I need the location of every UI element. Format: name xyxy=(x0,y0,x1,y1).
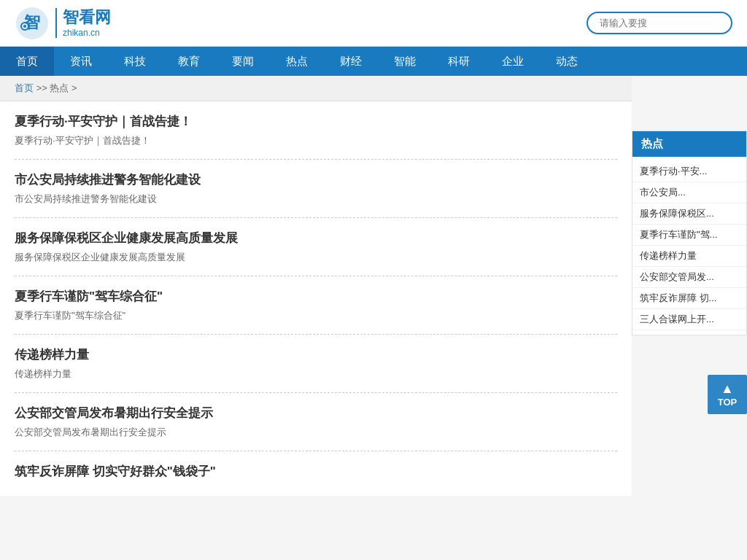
nav-item-yawen[interactable]: 要闻 xyxy=(216,47,270,76)
sidebar-hot-title: 热点 xyxy=(641,137,663,151)
article-item: 夏季行动·平安守护｜首战告捷！ 夏季行动·平安守护｜首战告捷！ xyxy=(15,101,617,160)
breadcrumb: 首页 >> 热点 > xyxy=(0,76,632,101)
logo-title: 智看网 xyxy=(63,8,111,27)
breadcrumb-sep2: > xyxy=(71,82,77,93)
nav-item-finance[interactable]: 财经 xyxy=(324,47,378,76)
nav-item-hot[interactable]: 热点 xyxy=(270,47,324,76)
top-arrow-icon: ▲ xyxy=(721,382,734,395)
sidebar-hot-item-1[interactable]: 市公安局... xyxy=(632,182,746,203)
article-title-1[interactable]: 市公安局持续推进警务智能化建设 xyxy=(15,171,617,188)
sidebar-hot-item-0[interactable]: 夏季行动·平安... xyxy=(632,161,746,182)
sidebar-hot-items: 夏季行动·平安... 市公安局... 服务保障保税区... 夏季行车谨防"驾..… xyxy=(632,157,746,335)
main-container: 夏季行动·平安守护｜首战告捷！ 夏季行动·平安守护｜首战告捷！ 市公安局持续推进… xyxy=(0,101,747,496)
logo-subtitle: zhikan.cn xyxy=(63,28,111,38)
article-item: 服务保障保税区企业健康发展高质量发展 服务保障保税区企业健康发展高质量发展 xyxy=(15,218,617,276)
article-desc-2: 服务保障保税区企业健康发展高质量发展 xyxy=(15,251,617,264)
nav-item-tech[interactable]: 科技 xyxy=(108,47,162,76)
article-title-3[interactable]: 夏季行车谨防"驾车综合征" xyxy=(15,288,617,305)
article-title-5[interactable]: 公安部交管局发布暑期出行安全提示 xyxy=(15,405,617,421)
article-item: 公安部交管局发布暑期出行安全提示 公安部交管局发布暑期出行安全提示 xyxy=(15,393,617,451)
breadcrumb-current: 热点 xyxy=(50,82,69,93)
article-desc-5: 公安部交管局发布暑期出行安全提示 xyxy=(15,426,617,439)
sidebar-hot-item-2[interactable]: 服务保障保税区... xyxy=(632,203,746,225)
article-item: 传递榜样力量 传递榜样力量 xyxy=(15,335,617,393)
logo-area: 智 智看网 zhikan.cn xyxy=(15,6,111,41)
nav-item-enterprise[interactable]: 企业 xyxy=(486,47,540,76)
sidebar-hot-item-6[interactable]: 筑牢反诈屏障 切... xyxy=(632,288,746,309)
sidebar-hot-item-5[interactable]: 公安部交管局发... xyxy=(632,267,746,288)
content-area: 夏季行动·平安守护｜首战告捷！ 夏季行动·平安守护｜首战告捷！ 市公安局持续推进… xyxy=(0,101,632,496)
sidebar: 热点 夏季行动·平安... 市公安局... 服务保障保税区... 夏季行车谨防"… xyxy=(632,131,747,496)
article-title-2[interactable]: 服务保障保税区企业健康发展高质量发展 xyxy=(15,230,617,246)
logo-icon: 智 xyxy=(15,6,50,41)
search-input[interactable] xyxy=(587,12,732,34)
sidebar-hot-item-3[interactable]: 夏季行车谨防"驾... xyxy=(632,225,746,246)
nav-item-edu[interactable]: 教育 xyxy=(162,47,216,76)
breadcrumb-home[interactable]: 首页 xyxy=(15,82,34,93)
top-label: TOP xyxy=(718,397,738,408)
logo-text: 智看网 zhikan.cn xyxy=(55,8,111,37)
nav-item-home[interactable]: 首页 xyxy=(0,47,54,76)
header: 智 智看网 zhikan.cn xyxy=(0,0,747,47)
sidebar-hot-item-4[interactable]: 传递榜样力量 xyxy=(632,246,746,267)
sidebar-hot-item-7[interactable]: 三人合谋网上开... xyxy=(632,309,746,330)
sidebar-hot-panel: 热点 夏季行动·平安... 市公安局... 服务保障保税区... 夏季行车谨防"… xyxy=(632,131,747,335)
article-title-6[interactable]: 筑牢反诈屏障 切实守好群众"钱袋子" xyxy=(15,463,617,480)
nav-item-research[interactable]: 科研 xyxy=(432,47,486,76)
article-item: 筑牢反诈屏障 切实守好群众"钱袋子" xyxy=(15,451,617,496)
top-button[interactable]: ▲ TOP xyxy=(708,375,747,414)
sidebar-hot-header: 热点 xyxy=(632,131,746,157)
breadcrumb-sep1: >> xyxy=(36,82,47,93)
article-item: 夏季行车谨防"驾车综合征" 夏季行车谨防"驾车综合征" xyxy=(15,276,617,335)
article-desc-1: 市公安局持续推进警务智能化建设 xyxy=(15,192,617,206)
article-item: 市公安局持续推进警务智能化建设 市公安局持续推进警务智能化建设 xyxy=(15,160,617,218)
nav-item-dynamic[interactable]: 动态 xyxy=(540,47,594,76)
svg-point-3 xyxy=(23,25,26,28)
article-desc-4: 传递榜样力量 xyxy=(15,368,617,381)
article-title-0[interactable]: 夏季行动·平安守护｜首战告捷！ xyxy=(15,113,617,130)
nav-item-smart[interactable]: 智能 xyxy=(378,47,432,76)
article-title-4[interactable]: 传递榜样力量 xyxy=(15,346,617,363)
article-desc-3: 夏季行车谨防"驾车综合征" xyxy=(15,309,617,322)
nav-item-news[interactable]: 资讯 xyxy=(54,47,108,76)
main-nav: 首页 资讯 科技 教育 要闻 热点 财经 智能 科研 企业 动态 xyxy=(0,47,747,76)
article-desc-0: 夏季行动·平安守护｜首战告捷！ xyxy=(15,134,617,147)
